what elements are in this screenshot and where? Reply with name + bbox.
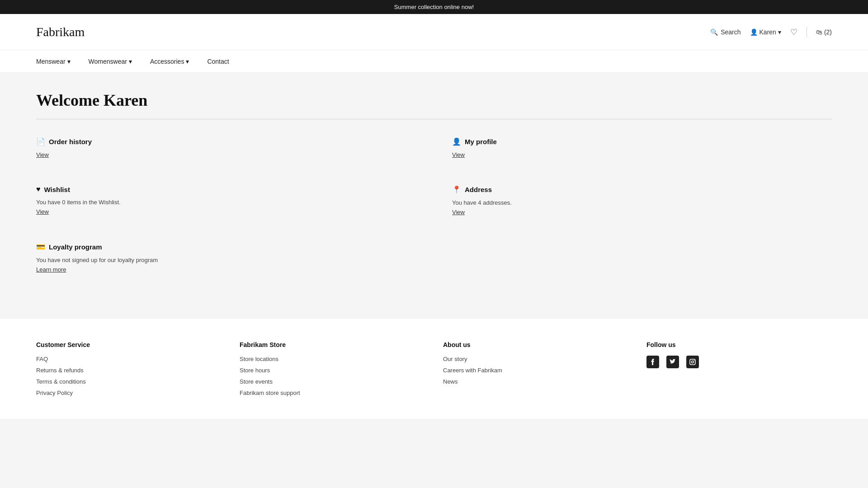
footer-follow-us: Follow us (646, 341, 832, 401)
loyalty-icon: 💳 (36, 243, 45, 251)
header: Fabrikam 🔍 Search 👤 Karen ▾ ♡ 🛍 (2) (0, 14, 868, 50)
nav-menswear[interactable]: Menswear ▾ (36, 58, 71, 65)
announcement-bar: Summer collection online now! (0, 0, 868, 14)
footer-link-news[interactable]: News (443, 378, 628, 385)
chevron-down-icon: ▾ (186, 58, 189, 65)
order-history-view-link[interactable]: View (36, 151, 416, 158)
footer-follow-us-title: Follow us (646, 341, 832, 348)
chevron-down-icon: ▾ (778, 28, 781, 36)
loyalty-title: 💳 Loyalty program (36, 243, 416, 251)
address-text: You have 4 addresses. (452, 199, 832, 206)
nav-contact[interactable]: Contact (207, 58, 229, 65)
wishlist-section: ♥ Wishlist You have 0 items in the Wishl… (36, 185, 416, 225)
nav-contact-label: Contact (207, 58, 229, 65)
address-section: 📍 Address You have 4 addresses. View (452, 185, 832, 225)
footer-link-store-hours[interactable]: Store hours (240, 367, 425, 374)
loyalty-learn-more-link[interactable]: Learn more (36, 266, 416, 273)
header-divider (807, 27, 807, 38)
address-icon: 📍 (452, 185, 461, 194)
nav-womenswear[interactable]: Womenswear ▾ (89, 58, 132, 65)
user-icon: 👤 (750, 28, 758, 36)
footer-link-returns[interactable]: Returns & refunds (36, 367, 222, 374)
svg-point-1 (692, 361, 694, 363)
loyalty-section: 💳 Loyalty program You have not signed up… (36, 243, 416, 282)
header-right: 🔍 Search 👤 Karen ▾ ♡ 🛍 (2) (710, 27, 832, 38)
cart-icon: 🛍 (816, 28, 822, 36)
search-icon: 🔍 (710, 28, 718, 36)
account-grid: 📄 Order history View 👤 My profile View ♥… (36, 137, 832, 282)
footer-link-store-support[interactable]: Fabrikam store support (240, 389, 425, 396)
footer-fabrikam-store-title: Fabrikam Store (240, 341, 425, 348)
footer-grid: Customer Service FAQ Returns & refunds T… (36, 341, 832, 401)
cart-button[interactable]: 🛍 (2) (816, 28, 832, 36)
footer-link-store-events[interactable]: Store events (240, 378, 425, 385)
profile-icon: 👤 (452, 137, 461, 146)
svg-point-2 (694, 360, 695, 361)
order-history-section: 📄 Order history View (36, 137, 416, 167)
my-profile-section: 👤 My profile View (452, 137, 832, 167)
order-history-icon: 📄 (36, 137, 45, 146)
footer-link-privacy[interactable]: Privacy Policy (36, 389, 222, 396)
instagram-icon[interactable] (686, 356, 699, 368)
chevron-down-icon: ▾ (67, 58, 71, 65)
wishlist-button[interactable]: ♡ (790, 27, 797, 37)
title-divider (36, 119, 832, 119)
footer-link-our-story[interactable]: Our story (443, 356, 628, 362)
wishlist-icon: ♥ (36, 185, 41, 193)
announcement-text: Summer collection online now! (394, 4, 474, 10)
footer-fabrikam-store: Fabrikam Store Store locations Store hou… (240, 341, 425, 401)
footer-about-us: About us Our story Careers with Fabrikam… (443, 341, 628, 401)
social-icons (646, 356, 832, 368)
facebook-icon[interactable] (646, 356, 659, 368)
footer-customer-service-title: Customer Service (36, 341, 222, 348)
footer-link-store-locations[interactable]: Store locations (240, 356, 425, 362)
main-nav: Menswear ▾ Womenswear ▾ Accessories ▾ Co… (0, 50, 868, 73)
my-profile-title: 👤 My profile (452, 137, 832, 146)
heart-icon: ♡ (790, 28, 797, 37)
twitter-icon[interactable] (666, 356, 679, 368)
footer-link-careers[interactable]: Careers with Fabrikam (443, 367, 628, 374)
chevron-down-icon: ▾ (129, 58, 132, 65)
search-button[interactable]: 🔍 Search (710, 28, 741, 36)
loyalty-text: You have not signed up for our loyalty p… (36, 257, 416, 263)
user-menu[interactable]: 👤 Karen ▾ (750, 28, 781, 36)
nav-accessories-label: Accessories (150, 58, 184, 65)
footer-about-us-title: About us (443, 341, 628, 348)
wishlist-view-link[interactable]: View (36, 208, 416, 215)
wishlist-title: ♥ Wishlist (36, 185, 416, 193)
footer-link-terms[interactable]: Terms & conditions (36, 378, 222, 385)
svg-rect-0 (690, 359, 695, 365)
page-title: Welcome Karen (36, 91, 832, 110)
my-profile-view-link[interactable]: View (452, 151, 832, 158)
logo[interactable]: Fabrikam (36, 25, 85, 39)
address-view-link[interactable]: View (452, 209, 832, 216)
address-title: 📍 Address (452, 185, 832, 194)
wishlist-text: You have 0 items in the Wishlist. (36, 199, 416, 206)
main-content: Welcome Karen 📄 Order history View 👤 My … (0, 73, 868, 318)
order-history-title: 📄 Order history (36, 137, 416, 146)
nav-womenswear-label: Womenswear (89, 58, 127, 65)
nav-accessories[interactable]: Accessories ▾ (150, 58, 189, 65)
footer-customer-service: Customer Service FAQ Returns & refunds T… (36, 341, 222, 401)
footer: Customer Service FAQ Returns & refunds T… (0, 318, 868, 419)
nav-menswear-label: Menswear (36, 58, 66, 65)
footer-link-faq[interactable]: FAQ (36, 356, 222, 362)
